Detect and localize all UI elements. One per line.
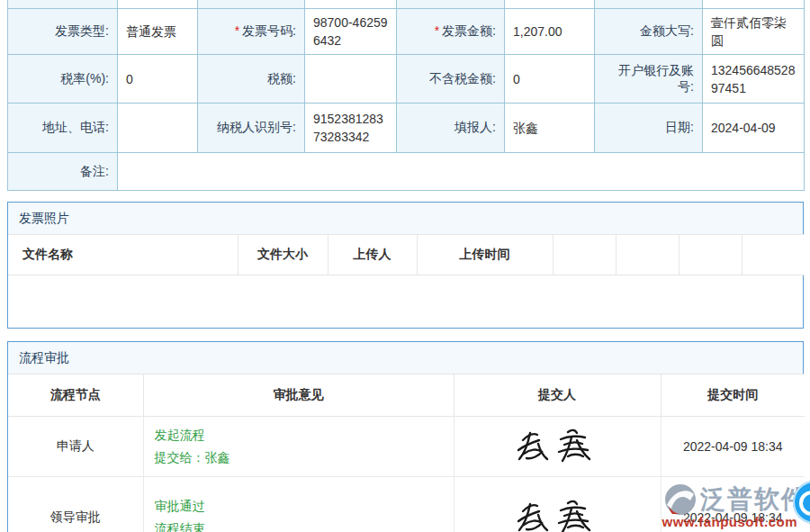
table-row: 地址、电话: 纳税人识别号: 915238128373283342 填报人: 张… — [8, 104, 805, 153]
amount-excl-tax-label: 不含税金额: — [397, 55, 505, 104]
amount-excl-tax-value: 0 — [505, 55, 595, 104]
page-content: 发票类型: 普通发票 *发票号码: 98700-462596432 *发票金额:… — [7, 0, 804, 532]
remark-label: 备注: — [8, 153, 118, 191]
address-phone-label: 地址、电话: — [8, 104, 118, 153]
photos-header-row: 文件名称 文件大小 上传人 上传时间 — [8, 235, 805, 275]
table-row: 发票类型: 普通发票 *发票号码: 98700-462596432 *发票金额:… — [8, 9, 805, 55]
date-value: 2024-04-09 — [703, 104, 805, 153]
submit-time-cell: 2022-04-09 18:34 — [661, 477, 805, 532]
invoice-type-label: 发票类型: — [8, 9, 118, 55]
date-label: 日期: — [595, 104, 703, 153]
process-approval-section: 流程审批 流程节点 审批意见 提交人 提交时间 申请人 发起流程 提交给：张鑫 — [7, 341, 804, 532]
empty-column-header — [553, 235, 616, 275]
photos-empty-body — [8, 275, 803, 328]
invoice-number-label: *发票号码: — [198, 9, 305, 55]
tax-amount-value — [305, 55, 397, 104]
table-row: 备注: — [8, 153, 805, 191]
process-approval-section-title: 流程审批 — [8, 342, 803, 374]
approval-table: 流程节点 审批意见 提交人 提交时间 申请人 发起流程 提交给：张鑫 — [8, 374, 805, 532]
approval-row-leader: 领导审批 审批通过 流程结束 — [8, 477, 805, 532]
approval-row-applicant: 申请人 发起流程 提交给：张鑫 — [8, 417, 805, 477]
invoice-detail-table: 发票类型: 普通发票 *发票号码: 98700-462596432 *发票金额:… — [7, 0, 805, 191]
invoice-amount-label: *发票金额: — [397, 9, 505, 55]
empty-column-header — [679, 235, 742, 275]
amount-in-words-value: 壹仟贰佰零柒圆 — [703, 9, 805, 55]
opinion-line: 提交给：张鑫 — [155, 446, 443, 469]
filler-value: 张鑫 — [505, 104, 595, 153]
file-size-column-header: 文件大小 — [238, 235, 328, 275]
filler-label: 填报人: — [397, 104, 505, 153]
flow-node-column-header: 流程节点 — [8, 374, 143, 417]
address-phone-value — [118, 104, 198, 153]
invoice-number-value: 98700-462596432 — [305, 9, 397, 55]
signature-image — [514, 427, 600, 466]
signature-image — [514, 498, 600, 532]
opinion-line: 流程结束 — [155, 518, 443, 532]
uploader-column-header: 上传人 — [328, 235, 417, 275]
taxpayer-id-label: 纳税人识别号: — [198, 104, 305, 153]
submit-time-column-header: 提交时间 — [661, 374, 805, 417]
invoice-amount-value: 1,207.00 — [505, 9, 595, 55]
taxpayer-id-value: 915238128373283342 — [305, 104, 397, 153]
approval-opinion-column-header: 审批意见 — [143, 374, 454, 417]
table-row-cutoff — [8, 0, 805, 9]
tax-rate-label: 税率(%): — [8, 55, 118, 104]
upload-time-column-header: 上传时间 — [417, 235, 553, 275]
opinion-line: 发起流程 — [155, 424, 443, 446]
submit-time-cell: 2022-04-09 18:34 — [661, 417, 805, 477]
fab-ring-icon — [799, 491, 810, 516]
approval-opinion-cell: 审批通过 流程结束 — [143, 477, 454, 532]
required-asterisk: * — [235, 23, 239, 38]
approval-header-row: 流程节点 审批意见 提交人 提交时间 — [8, 374, 805, 417]
approval-opinion-cell: 发起流程 提交给：张鑫 — [143, 417, 454, 477]
invoice-photos-section: 发票照片 文件名称 文件大小 上传人 上传时间 — [7, 202, 804, 329]
file-name-column-header: 文件名称 — [8, 235, 238, 275]
table-row: 税率(%): 0 税额: 不含税金额: 0 开户银行及账号: 132456648… — [8, 55, 805, 104]
flow-node-cell: 申请人 — [8, 417, 143, 477]
amount-in-words-label: 金额大写: — [595, 9, 703, 55]
invoice-type-value: 普通发票 — [118, 9, 198, 55]
invoice-photos-section-title: 发票照片 — [8, 203, 803, 234]
submitter-signature-cell — [454, 417, 661, 477]
tax-amount-label: 税额: — [198, 55, 305, 104]
opinion-line: 审批通过 — [155, 495, 443, 518]
tax-rate-value: 0 — [118, 55, 198, 104]
flow-node-cell: 领导审批 — [8, 477, 143, 532]
submitter-column-header: 提交人 — [454, 374, 661, 417]
invoice-photos-table: 文件名称 文件大小 上传人 上传时间 — [8, 234, 805, 275]
empty-column-header — [742, 235, 805, 275]
empty-column-header — [616, 235, 679, 275]
bank-account-label: 开户银行及账号: — [595, 55, 703, 104]
required-asterisk: * — [435, 23, 439, 38]
remark-value — [118, 153, 805, 191]
submitter-signature-cell — [454, 477, 661, 532]
bank-account-value: 13245664852897451 — [703, 55, 805, 104]
